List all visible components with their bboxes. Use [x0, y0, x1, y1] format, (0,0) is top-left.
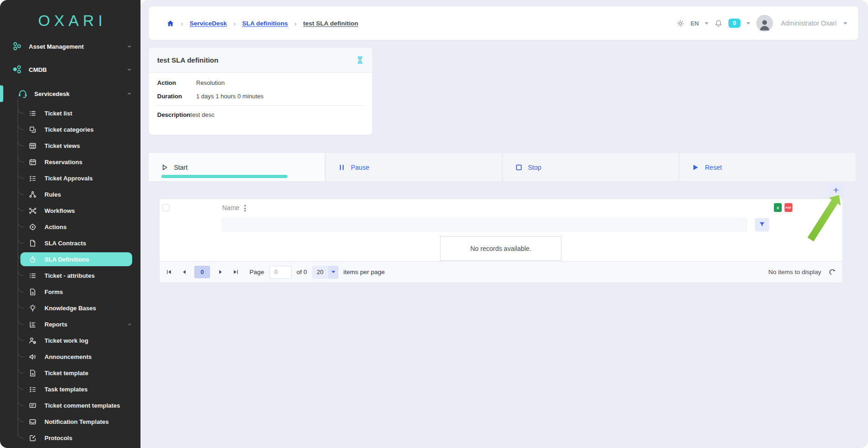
sidebar-item-label: Protocols [45, 435, 72, 442]
breadcrumb-link-sla-definitions[interactable]: SLA definitions [242, 20, 288, 27]
first-page-button[interactable] [164, 267, 174, 277]
field-value: 1 days 1 hours 0 minutes [196, 93, 263, 100]
funnel-icon [759, 222, 765, 228]
field-label: Description [157, 111, 191, 118]
export-excel-icon[interactable]: x [774, 203, 782, 212]
sidebar-item-label: Ticket categories [45, 126, 94, 133]
person-icon [758, 18, 772, 32]
sidebar-item-label: Workflows [45, 207, 75, 214]
hourglass-icon[interactable] [356, 56, 364, 64]
bell-icon[interactable] [715, 19, 722, 27]
chevron-down-icon[interactable] [127, 67, 132, 72]
start-progress-bar [161, 175, 287, 178]
report-icon [29, 320, 37, 328]
app-window: OXARI Asset Management CMDB Servicedesk … [0, 0, 868, 448]
export-pdf-icon[interactable]: PDF [785, 203, 792, 212]
chevron-down-icon[interactable] [127, 44, 132, 49]
sidebar-group-cmdb[interactable]: CMDB [0, 61, 140, 78]
sidebar: OXARI Asset Management CMDB Servicedesk … [0, 0, 140, 448]
column-menu-icon[interactable] [243, 204, 247, 212]
notification-badge[interactable]: 0 [728, 19, 740, 28]
tab-label: Reset [705, 164, 722, 171]
target-icon [29, 223, 37, 231]
sidebar-item-label: SLA Definitions [45, 256, 89, 263]
language-selector[interactable]: EN [690, 20, 699, 27]
chevron-down-icon[interactable] [127, 322, 132, 327]
first-page-icon [166, 269, 172, 275]
grid-pager: 0 Page of 0 20 items per page No items t… [160, 261, 842, 282]
main-area: › ServiceDesk › SLA definitions › test S… [140, 0, 868, 448]
page-number-input[interactable] [269, 266, 292, 279]
last-page-button[interactable] [230, 267, 241, 277]
calendar-icon [29, 158, 37, 166]
add-button[interactable]: + [828, 183, 844, 197]
items-per-page-label: items per page [344, 269, 385, 275]
card-title: test SLA definition [157, 56, 218, 64]
document-lines-icon [29, 288, 37, 296]
comment-icon [29, 402, 37, 410]
sidebar-item-label: Ticket Approvals [45, 175, 93, 182]
sidebar-group-label: CMDB [29, 66, 47, 73]
document-icon [29, 239, 37, 247]
tab-stop[interactable]: Stop [503, 153, 679, 181]
sidebar-item-protocols[interactable]: Protocols [0, 430, 140, 446]
filter-button[interactable] [755, 218, 769, 231]
hexagons-icon [12, 41, 22, 51]
breadcrumb-link-servicedesk[interactable]: ServiceDesk [190, 20, 227, 27]
avatar[interactable] [756, 15, 773, 32]
data-grid: Name x PDF No records available. 0 [159, 198, 843, 283]
next-page-button[interactable] [215, 267, 225, 277]
document-lines-icon [29, 369, 37, 377]
previous-page-button[interactable] [179, 267, 189, 277]
sidebar-item-label: Ticket list [45, 110, 72, 117]
page-size-select[interactable]: 20 [312, 266, 338, 279]
filter-row [222, 218, 747, 231]
sidebar-item-label: Reservations [45, 159, 83, 166]
refresh-icon[interactable] [829, 269, 836, 276]
user-menu-caret-icon[interactable] [843, 22, 847, 25]
share-icon [29, 191, 37, 198]
name-filter-input[interactable] [222, 218, 747, 231]
sidebar-item-label: Ticket - attributes [45, 272, 95, 279]
pause-icon [338, 164, 345, 171]
topbar: › ServiceDesk › SLA definitions › test S… [149, 6, 858, 40]
sidebar-group-servicedesk[interactable]: Servicedesk [0, 85, 140, 102]
chevron-up-icon[interactable] [127, 91, 132, 96]
tab-reset[interactable]: Reset [680, 153, 855, 181]
oxari-logo: OXARI [0, 12, 140, 30]
empty-grid-message: No records available. [440, 236, 562, 261]
play-outline-icon [161, 164, 168, 171]
current-page-button[interactable]: 0 [194, 266, 210, 278]
tab-pause[interactable]: Pause [326, 153, 502, 181]
sidebar-item-label: Forms [45, 288, 63, 295]
headset-icon [18, 89, 28, 99]
pager-status: No items to display [768, 269, 821, 275]
sidebar-item-label: Ticket template [45, 370, 88, 377]
language-caret-icon[interactable] [705, 22, 708, 25]
home-icon[interactable] [166, 19, 174, 27]
previous-page-icon [181, 269, 187, 275]
field-value: test desc [191, 111, 215, 118]
select-all-checkbox[interactable] [162, 204, 170, 211]
sidebar-group-label: Asset Management [29, 43, 83, 50]
sidebar-item-label: Ticket views [45, 142, 80, 149]
play-filled-icon [692, 164, 699, 171]
sidebar-item-label: Actions [45, 224, 67, 230]
copy-icon [29, 126, 37, 134]
timer-tabstrip: Start Pause Stop Reset [149, 153, 855, 182]
sidebar-item-label: Ticket comment templates [45, 402, 120, 409]
page-size-caret-wrap [328, 266, 338, 279]
next-page-icon [217, 269, 223, 275]
column-header-name[interactable]: Name [222, 204, 239, 211]
stopwatch-icon [29, 256, 37, 263]
sidebar-item-label: Announcements [45, 353, 92, 360]
notification-caret-icon[interactable] [747, 22, 750, 25]
sidebar-group-asset-management[interactable]: Asset Management [0, 38, 140, 55]
tab-label: Stop [528, 164, 542, 171]
user-clock-icon [29, 337, 37, 345]
user-name[interactable]: Administrator Oxari [781, 19, 836, 27]
gear-icon[interactable] [677, 19, 684, 27]
checklist-icon [29, 385, 37, 393]
sidebar-item-label: Task templates [45, 386, 88, 393]
tab-start[interactable]: Start [149, 153, 325, 181]
